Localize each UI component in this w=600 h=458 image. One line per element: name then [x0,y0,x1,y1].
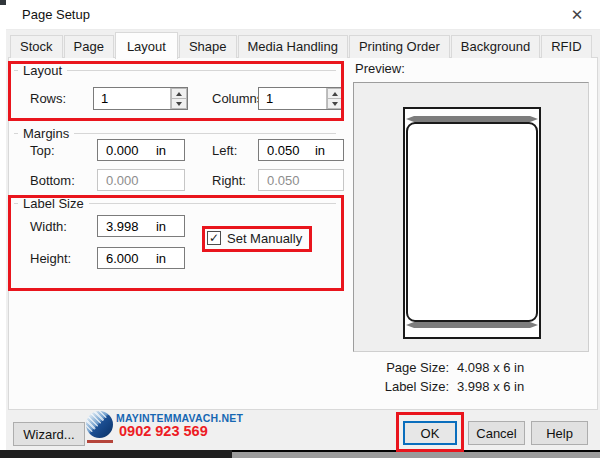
dialog-title: Page Setup [22,7,90,22]
background-window-bottom-left [0,450,232,458]
columns-spin-buttons [326,88,343,109]
margin-top-unit: in [156,143,166,158]
margin-left-label: Left: [212,143,237,158]
size-summary: Page Size: 4.098 x 6 in Label Size: 3.99… [353,358,589,396]
width-field: in [97,215,185,237]
rows-spinner [93,87,188,110]
preview-label-area [406,122,538,322]
margins-group-title: Margins [18,126,74,141]
page-size-row: Page Size: 4.098 x 6 in [353,358,589,377]
height-unit: in [156,251,166,266]
rows-spin-buttons [170,88,187,109]
margin-right-input [259,173,343,188]
width-label: Width: [30,219,67,234]
preview-top-strip [405,109,539,116]
tab-background[interactable]: Background [451,35,540,58]
layout-group-title: Layout [18,63,67,78]
margin-bottom-field [97,169,185,191]
label-size-row: Label Size: 3.998 x 6 in [353,377,589,396]
brand-phone: 0902 923 569 [119,423,208,439]
tab-strip: Stock Page Layout Shape Media Handling P… [10,34,593,58]
label-size-label: Label Size: [353,377,449,396]
tab-printing-order[interactable]: Printing Order [349,35,450,58]
background-window-bottom-right [232,450,600,458]
columns-spinner [258,87,344,110]
tab-rfid[interactable]: RFID [541,35,591,58]
rows-spin-down-icon[interactable] [171,99,187,109]
tab-shape[interactable]: Shape [179,35,237,58]
margin-left-input[interactable] [259,143,315,158]
preview-bottom-strip [405,328,539,337]
margin-bottom-input [98,173,184,188]
width-unit: in [156,219,166,234]
preview-gap-bottom [406,322,538,328]
set-manually-label: Set Manually [227,231,302,246]
margin-left-field: in [258,139,344,161]
set-manually-checkbox[interactable]: ✓ [207,231,221,245]
close-icon[interactable]: ✕ [566,4,588,26]
page-setup-dialog: Page Setup ✕ Stock Page Layout Shape Med… [6,0,600,450]
columns-input[interactable] [259,88,326,109]
margin-top-field: in [97,139,185,161]
cancel-button[interactable]: Cancel [468,421,525,445]
tab-page[interactable]: Page [64,35,114,58]
page-size-value: 4.098 x 6 in [457,358,524,377]
label-page-preview [403,107,541,339]
preview-label: Preview: [355,61,405,76]
preview-panel [353,82,589,352]
width-input[interactable] [98,219,156,234]
margin-left-unit: in [315,143,325,158]
margin-top-input[interactable] [98,143,156,158]
label-size-value: 3.998 x 6 in [457,377,524,396]
screen: Page Setup ✕ Stock Page Layout Shape Med… [0,0,600,458]
checkmark-icon: ✓ [209,232,219,244]
height-label: Height: [30,251,71,266]
preview-gap-top [406,116,538,122]
margin-right-field [258,169,344,191]
tab-media-handling[interactable]: Media Handling [238,35,348,58]
margin-right-label: Right: [212,173,246,188]
columns-spin-down-icon[interactable] [327,99,343,109]
margin-bottom-label: Bottom: [30,173,75,188]
wizard-button[interactable]: Wizard... [13,422,85,446]
label-size-group-title: Label Size [18,196,89,211]
help-button[interactable]: Help [531,421,588,445]
brand-tagline [87,440,113,443]
height-input[interactable] [98,251,156,266]
tab-stock[interactable]: Stock [10,35,63,58]
rows-spin-up-icon[interactable] [171,88,187,99]
title-bar: Page Setup ✕ [6,0,600,30]
height-field: in [97,247,185,269]
rows-label: Rows: [30,91,66,106]
page-size-label: Page Size: [353,358,449,377]
columns-spin-up-icon[interactable] [327,88,343,99]
rows-input[interactable] [94,88,170,109]
margin-top-label: Top: [30,143,55,158]
ok-button[interactable]: OK [403,421,457,445]
tab-layout[interactable]: Layout [115,32,178,59]
